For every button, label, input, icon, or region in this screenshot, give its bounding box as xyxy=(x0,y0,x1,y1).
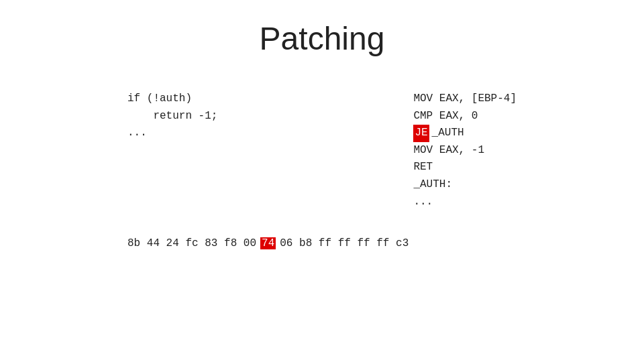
asm-line-5: RET xyxy=(413,159,517,176)
hex-highlighted: 74 xyxy=(260,237,276,249)
asm-line-6: _AUTH: xyxy=(413,176,517,194)
asm-highlight-je: JE xyxy=(413,125,429,142)
hex-row: 8b 44 24 fc 83 f8 00 74 06 b8 ff ff ff f… xyxy=(0,237,644,249)
left-line-1: if (!auth) xyxy=(127,90,217,108)
asm-line-2: CMP EAX, 0 xyxy=(413,108,517,125)
asm-text-1: MOV EAX, [EBP-4] xyxy=(413,90,517,108)
asm-text-3: _AUTH xyxy=(432,125,464,142)
asm-text-6: _AUTH: xyxy=(413,176,452,194)
hex-after: 06 b8 ff ff ff ff c3 xyxy=(280,237,409,249)
asm-text-2: CMP EAX, 0 xyxy=(413,108,478,125)
page-title: Patching xyxy=(0,20,644,57)
right-panel: MOV EAX, [EBP-4] CMP EAX, 0 JE _AUTH MOV… xyxy=(413,90,517,210)
asm-text-7: ... xyxy=(413,194,433,211)
asm-line-3: JE _AUTH xyxy=(413,125,517,142)
asm-text-4: MOV EAX, -1 xyxy=(413,142,484,160)
asm-line-1: MOV EAX, [EBP-4] xyxy=(413,90,517,108)
asm-line-4: MOV EAX, -1 xyxy=(413,142,517,160)
asm-text-5: RET xyxy=(413,159,433,176)
left-line-3: ... xyxy=(127,125,217,142)
left-line-2: return -1; xyxy=(127,108,217,125)
asm-line-7: ... xyxy=(413,194,517,211)
content-area: if (!auth) return -1; ... MOV EAX, [EBP-… xyxy=(0,90,644,210)
hex-before: 8b 44 24 fc 83 f8 00 xyxy=(127,237,256,249)
left-panel: if (!auth) return -1; ... xyxy=(127,90,217,210)
